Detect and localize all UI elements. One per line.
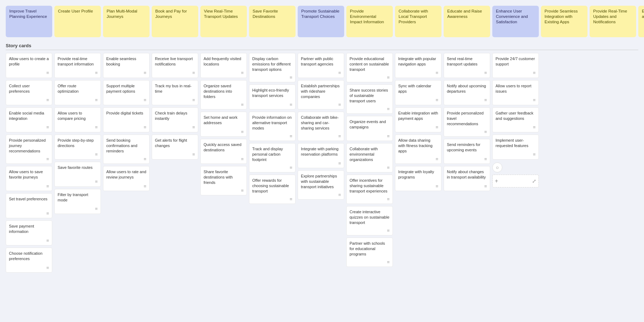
- story-card: Allow users to save favorite journeys ≡: [6, 166, 52, 191]
- add-card-area: + ⤢: [492, 175, 539, 187]
- story-card: Organize saved destinations into folders…: [200, 80, 247, 109]
- story-card: Gather user feedback and suggestions ≡: [492, 107, 539, 132]
- story-card: Allow data sharing with fitness tracking…: [395, 135, 441, 164]
- col-favorites: Add frequently visited locations ≡ Organ…: [200, 53, 247, 273]
- story-card: Allow users to rate and review journeys …: [103, 166, 150, 191]
- story-card: Integrate with loyalty programs ≡: [395, 166, 441, 191]
- col-support: Provide 24/7 customer support ≡ Allow us…: [492, 53, 539, 273]
- story-card: Notify about upcoming departures ≡: [444, 80, 490, 105]
- story-card: Send real-time transport updates ≡: [444, 53, 490, 78]
- col-integration: Integrate with popular navigation apps ≡…: [395, 53, 441, 273]
- story-card: Get alerts for flight changes ≡: [152, 135, 198, 160]
- add-card-button[interactable]: +: [495, 178, 498, 184]
- story-card: Receive live transport notifications ≡: [152, 53, 198, 78]
- story-card: Enable social media integration ≡: [6, 107, 52, 132]
- epic-book-pay[interactable]: Book and Pay for Journeys: [152, 6, 198, 37]
- story-card: Filter by transport mode ≡: [54, 189, 101, 214]
- story-card: Display carbon emissions for different t…: [249, 53, 296, 82]
- story-card: Allow users to report issues ≡: [492, 80, 539, 105]
- story-card: Collaborate with bike-sharing and car-sh…: [298, 112, 344, 141]
- epic-enhance-convenience[interactable]: Enhance User Convenience and Satisfactio…: [492, 6, 539, 37]
- story-card: Set home and work addresses ≡: [200, 112, 247, 137]
- story-card: Sync with calendar apps ≡: [395, 80, 441, 105]
- epic-notifications[interactable]: Provide Real-Time Updates and Notificati…: [590, 6, 636, 37]
- story-card: Collaborate with environmental organizat…: [346, 143, 393, 172]
- story-card: Add frequently visited locations ≡: [200, 53, 247, 78]
- epic-support[interactable]: Ensure User Support and Feedback: [638, 6, 644, 37]
- epic-save-destinations[interactable]: Save Favorite Destinations: [249, 6, 296, 37]
- epics-row: Improve Travel Planning Experience Creat…: [6, 6, 638, 37]
- story-card: Track and display personal carbon footpr…: [249, 143, 296, 172]
- story-card: Offer route optimization ≡: [54, 80, 101, 105]
- story-card: Implement user-requested features ≡: [492, 135, 539, 160]
- story-card: Enable seamless booking ≡: [103, 53, 150, 78]
- story-card: Provide personalized travel recommendati…: [444, 107, 490, 137]
- col-local-providers: Partner with public transport agencies ≡…: [298, 53, 344, 273]
- story-card: Create interactive quizzes on sustainabl…: [346, 206, 393, 235]
- story-card: Track my bus in real-time ≡: [152, 80, 198, 105]
- story-card: Organize events and campaigns ≡: [346, 116, 393, 141]
- story-card: Allow users to compare pricing ≡: [54, 107, 101, 132]
- story-card: Explore partnerships with sustainable tr…: [298, 170, 344, 200]
- col-env-impact: Display carbon emissions for different t…: [249, 53, 296, 273]
- col-spacer: Allow users to create a profile ≡ Collec…: [6, 53, 52, 273]
- story-card: Provide 24/7 customer support ≡: [492, 53, 539, 78]
- story-card: Integrate with popular navigation apps ≡: [395, 53, 441, 78]
- story-card: Send booking confirmations and reminders…: [103, 135, 150, 164]
- story-card: Share success stories of sustainable tra…: [346, 84, 393, 114]
- story-card: Share favorite destinations with friends…: [200, 166, 247, 195]
- epic-plan-multimodal[interactable]: Plan Multi-Modal Journeys: [103, 6, 150, 37]
- story-card: Enable integration with payment apps ≡: [395, 107, 441, 132]
- epic-improve-planning[interactable]: Improve Travel Planning Experience: [6, 6, 52, 37]
- story-card: Establish partnerships with rideshare co…: [298, 80, 344, 109]
- story-card: Offer rewards for choosing sustainable t…: [249, 175, 296, 204]
- story-card: Choose notification preferences ≡: [6, 248, 52, 273]
- epic-create-profile[interactable]: Create User Profile: [54, 6, 101, 37]
- story-card: Notify about changes in transport availa…: [444, 166, 490, 191]
- story-card: Send reminders for upcoming events ≡: [444, 139, 490, 164]
- expand-button[interactable]: ⤢: [532, 178, 536, 184]
- story-section-label: Story cards: [6, 43, 638, 50]
- epic-promote-sustainable[interactable]: Promote Sustainable Transport Choices: [298, 6, 344, 37]
- story-card: Partner with public transport agencies ≡: [298, 53, 344, 78]
- story-card: Integrate with parking reservation platf…: [298, 143, 344, 168]
- col-educate: Provide educational content on sustainab…: [346, 53, 393, 273]
- story-card: Highlight eco-friendly transport service…: [249, 84, 296, 109]
- story-card: Support multiple payment options ≡: [103, 80, 150, 105]
- col-book-pay: Enable seamless booking ≡ Support multip…: [103, 53, 150, 273]
- epic-integration[interactable]: Provide Seamless Integration with Existi…: [541, 6, 587, 37]
- epic-local-providers[interactable]: Collaborate with Local Transport Provide…: [395, 6, 441, 37]
- story-card: Provide information on alternative trans…: [249, 112, 296, 141]
- story-card: Offer incentives for sharing sustainable…: [346, 175, 393, 204]
- story-card: Provide real-time transport information …: [54, 53, 101, 78]
- columns-row: Allow users to create a profile ≡ Collec…: [6, 53, 638, 273]
- story-card: Check train delays instantly ≡: [152, 107, 198, 132]
- board: Improve Travel Planning Experience Creat…: [0, 0, 644, 278]
- story-card: Provide educational content on sustainab…: [346, 53, 393, 82]
- epic-educate[interactable]: Educate and Raise Awareness: [444, 6, 490, 37]
- story-card: Provide digital tickets ≡: [103, 107, 150, 132]
- story-card: Quickly access saved destinations ≡: [200, 139, 247, 164]
- epic-env-impact[interactable]: Provide Environmental Impact Information: [346, 6, 393, 37]
- story-card: Save payment information ≡: [6, 220, 52, 245]
- story-card: Collect user preferences ≡: [6, 80, 52, 105]
- col-plan-multimodal: Provide real-time transport information …: [54, 53, 101, 273]
- story-card: Provide step-by-step directions ≡: [54, 135, 101, 160]
- col-notifications: Send real-time transport updates ≡ Notif…: [444, 53, 490, 273]
- col-realtime: Receive live transport notifications ≡ T…: [152, 53, 198, 273]
- story-card: Partner with schools for educational pro…: [346, 238, 393, 267]
- story-card: Set travel preferences ≡: [6, 193, 52, 218]
- epic-realtime-updates[interactable]: View Real-Time Transport Updates: [200, 6, 247, 37]
- story-card: Save favorite routes ≡: [54, 162, 101, 187]
- circle-button[interactable]: ○: [492, 162, 502, 172]
- story-card: Provide personalized journey recommendat…: [6, 135, 52, 164]
- story-card: Allow users to create a profile ≡: [6, 53, 52, 78]
